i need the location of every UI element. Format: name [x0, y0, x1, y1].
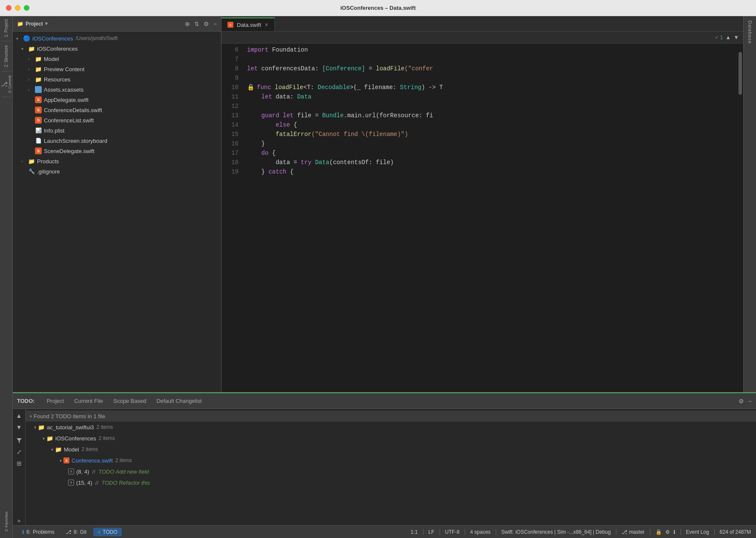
folder-icon: 📁 — [55, 446, 62, 453]
tree-item-conferencelist[interactable]: S ConferenceList.swift — [13, 115, 221, 125]
sidebar-item-commit[interactable]: ⎇ 0: Commit — [0, 73, 12, 95]
todo-tab-scope-based[interactable]: Scope Based — [108, 396, 151, 406]
func: loadFile — [275, 83, 303, 92]
settings-icon[interactable]: ⚙ — [665, 529, 670, 535]
main-container: 1: Project 2: Structure ⎇ 0: Commit 2: F… — [0, 16, 756, 538]
memory-usage: 624 of 2487M — [720, 529, 751, 535]
line-num-7: 7 — [221, 55, 239, 64]
todo-item-1[interactable]: ≡ (8, 4) // TODO Add new field — [26, 466, 756, 477]
text — [247, 92, 262, 101]
problems-tab[interactable]: ℹ 6: Problems — [18, 528, 59, 536]
todo-item-2[interactable]: ≡ (15, 4) // TODO Refactor this — [26, 477, 756, 488]
info-icon[interactable]: ℹ — [673, 529, 676, 535]
expand-button[interactable]: ⤢ — [14, 447, 24, 457]
group-button[interactable]: ⊞ — [14, 459, 24, 468]
todo-settings-icon[interactable]: ⚙ — [739, 398, 744, 405]
todo-location: (15, 4) — [76, 480, 95, 486]
content-area: 📁 Project ▾ ⊕ ⇅ ⚙ − ▾ 🔵 — [13, 16, 756, 538]
maximize-button[interactable] — [24, 5, 29, 11]
todo-tree-model[interactable]: ▾ 📁 Model 2 items — [26, 444, 756, 455]
folder-icon: 📁 — [46, 435, 53, 442]
tree-item-preview[interactable]: › 📁 Preview Content — [13, 64, 221, 74]
tree-item-launchscreen[interactable]: 📄 LaunchScreen.storyboard — [13, 136, 221, 146]
text — [247, 111, 262, 120]
indent[interactable]: 4 spaces — [470, 529, 491, 535]
line-ending[interactable]: LF — [428, 529, 434, 535]
close-button[interactable] — [6, 5, 11, 11]
settings-icon[interactable]: ⚙ — [204, 20, 209, 27]
tree-item-assets[interactable]: › Assets.xcassets — [13, 84, 221, 95]
add-icon[interactable]: ⊕ — [185, 20, 190, 27]
todo-tree-conference[interactable]: ▾ S Conference.swift 2 items — [26, 455, 756, 466]
tab-close-button[interactable]: ✕ — [264, 22, 268, 28]
scroll-down-button[interactable]: ▼ — [14, 422, 24, 432]
tree-item-resources[interactable]: › 📁 Resources — [13, 74, 221, 84]
todo-tab-default-changelist[interactable]: Default Changelist — [151, 396, 207, 406]
swift-icon: S — [35, 117, 42, 124]
project-name: iOSConferences — [32, 35, 73, 42]
tree-item-scenedelegate[interactable]: S SceneDelegate.swift — [13, 146, 221, 156]
git-icon: ⎇ — [66, 529, 72, 535]
encoding[interactable]: UTF-8 — [445, 529, 460, 535]
line-num-14: 14 — [221, 120, 239, 130]
branch-name: master — [629, 529, 645, 535]
sidebar-item-structure[interactable]: 2: Structure — [0, 43, 12, 69]
filter-button[interactable] — [14, 436, 24, 445]
collapse-icon[interactable]: − — [213, 20, 217, 27]
folder-icon: 📁 — [17, 21, 23, 27]
tree-item-ios-conferences[interactable]: ▾ 📁 iOSConferences — [13, 43, 221, 54]
filter-icon[interactable]: ⇅ — [194, 20, 199, 27]
language-target: Swift: iOSConferences | Sim -...x86_64] … — [501, 529, 611, 535]
text: { — [293, 120, 297, 130]
todo-tab-project[interactable]: Project — [42, 396, 69, 406]
code-content[interactable]: import Foundation let conferencesData: [… — [243, 43, 737, 392]
tree-item-appdelegate[interactable]: S AppDelegate.swift — [13, 95, 221, 105]
chevron-icon: › — [28, 57, 33, 61]
chevron-icon: › — [28, 77, 33, 82]
tree-item-products[interactable]: › 📁 Products — [13, 156, 221, 166]
chevron-icon: ▾ — [34, 425, 36, 430]
tree-item-infoplist[interactable]: 📊 Info.plist — [13, 125, 221, 136]
sidebar-item-favorites[interactable]: 2: Favorites — [4, 509, 9, 534]
lock-icon: 🔒 — [655, 529, 662, 535]
database-label[interactable]: Database — [747, 16, 753, 48]
tab-data-swift[interactable]: S Data.swift ✕ — [221, 17, 275, 31]
text: } — [247, 139, 265, 148]
scrollbar-thumb[interactable] — [739, 52, 742, 95]
chevron-icon: ▾ — [30, 414, 32, 419]
text: >(_ filename: — [350, 83, 400, 92]
tree-item-gitignore[interactable]: 🔧 .gitignore — [13, 166, 221, 176]
tree-item-model[interactable]: › 📁 Model — [13, 54, 221, 64]
editor-area: S Data.swift ✕ ✓ 1 ▲ ▼ 6 7 — [221, 16, 743, 392]
folder-icon: 📁 — [35, 76, 42, 83]
tree-item-root[interactable]: ▾ 🔵 iOSConferences /Users/jsmith/Swift — [13, 33, 221, 43]
todo-minus-icon[interactable]: − — [748, 398, 752, 405]
structure-label: 2: Structure — [4, 45, 9, 67]
code-line-15: fatalError("Cannot find \(filename)") — [243, 130, 737, 139]
scroll-up-button[interactable]: ▲ — [14, 411, 24, 420]
minimize-button[interactable] — [15, 5, 20, 11]
text: file = — [293, 111, 322, 120]
more-button[interactable]: » — [14, 516, 24, 525]
todo-tree-ios[interactable]: ▾ 📁 iOSConferences 2 items — [26, 433, 756, 444]
nav-up-button[interactable]: ▲ — [725, 34, 731, 40]
todo-content: ▲ ▼ ⤢ ⊞ » ▾ Found 2 TOD — [13, 409, 756, 525]
todo-icon: ≡ — [98, 529, 101, 535]
editor-scrollbar[interactable] — [737, 43, 743, 392]
todo-status-tab[interactable]: ≡ TODO — [93, 528, 121, 536]
todo-tab-current-file[interactable]: Current File — [69, 396, 108, 406]
folder-name: iOSConferences — [37, 46, 78, 52]
divider2 — [2, 71, 11, 72]
nav-down-button[interactable]: ▼ — [733, 34, 739, 40]
todo-comment-prefix: // — [95, 480, 101, 486]
event-log[interactable]: Event Log — [686, 529, 709, 535]
git-tab[interactable]: ⎇ 9: Git — [61, 528, 91, 536]
editor-tabs: S Data.swift ✕ — [221, 16, 743, 32]
dropdown-icon[interactable]: ▾ — [45, 21, 48, 26]
code-line-17: do { — [243, 148, 737, 158]
branch-area[interactable]: ⎇ master — [621, 529, 645, 535]
sidebar-item-project[interactable]: 1: Project — [0, 17, 12, 39]
todo-tree-root[interactable]: ▾ 📁 ac_tutorial_swiftui3 2 items — [26, 422, 756, 433]
tree-item-conferencedetails[interactable]: S ConferenceDetails.swift — [13, 105, 221, 115]
summary-text: Found 2 TODO items in 1 file — [34, 413, 105, 419]
